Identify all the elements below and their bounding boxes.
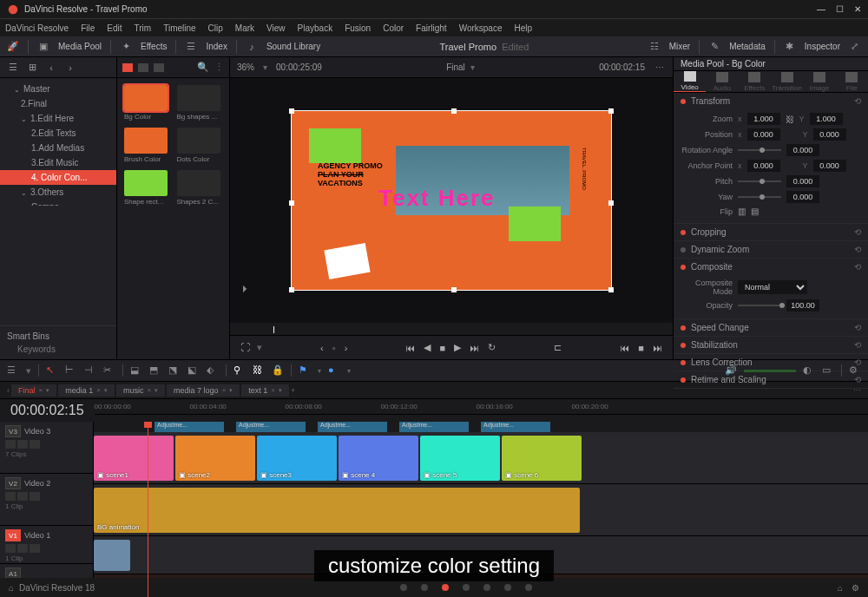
section-composite[interactable]: Composite⟲: [674, 259, 868, 275]
tab-close-icon[interactable]: ×: [222, 386, 227, 394]
view-thumb-icon[interactable]: [122, 63, 133, 72]
effects-icon[interactable]: ✦: [120, 41, 132, 53]
menu-item[interactable]: Mark: [235, 23, 254, 33]
bypass-icon[interactable]: ◦: [332, 343, 336, 353]
index-icon[interactable]: ☰: [185, 41, 197, 53]
tab-close-icon[interactable]: ×: [39, 386, 43, 394]
overwrite-icon[interactable]: ⬒: [149, 364, 161, 377]
bin-item[interactable]: 2.Final: [0, 96, 116, 111]
section-dynamic-zoom[interactable]: Dynamic Zoom⟲: [674, 241, 868, 258]
track-auto-icon[interactable]: [17, 440, 28, 449]
mixer-icon[interactable]: ☷: [648, 41, 661, 53]
tl-view-icon[interactable]: ☰: [7, 364, 19, 377]
track-disable-icon[interactable]: [30, 440, 40, 449]
menu-item[interactable]: Fairlight: [416, 23, 447, 33]
sound-icon[interactable]: ♪: [246, 41, 258, 53]
go-stop-button[interactable]: ■: [638, 343, 644, 353]
track-select-V1[interactable]: V1: [5, 529, 21, 541]
timeline-tab[interactable]: text 1×▾: [241, 384, 289, 397]
media-clip[interactable]: [124, 128, 168, 154]
home-icon[interactable]: ⌂: [9, 583, 14, 593]
project-settings-icon[interactable]: ⚙: [852, 583, 859, 593]
clip-scene 4[interactable]: ▣ scene 4: [339, 436, 418, 481]
go-prev-button[interactable]: ⏮: [620, 343, 629, 353]
menu-item[interactable]: File: [81, 23, 95, 33]
viewer-options-icon[interactable]: ⋯: [654, 62, 666, 74]
zoom-dropdown[interactable]: 36%: [237, 62, 254, 72]
menu-item[interactable]: Workspace: [459, 23, 503, 33]
opacity-slider[interactable]: [738, 305, 781, 306]
effects-button[interactable]: Effects: [141, 42, 167, 51]
track-lock-icon[interactable]: [5, 492, 16, 501]
mark-in-icon[interactable]: ⏵: [240, 283, 250, 293]
reset-icon[interactable]: ⟲: [854, 323, 861, 332]
search-icon[interactable]: 🔍: [197, 62, 209, 73]
first-frame-button[interactable]: ⏮: [405, 343, 415, 353]
track-lock-icon[interactable]: [5, 544, 16, 553]
index-button[interactable]: Index: [206, 42, 227, 51]
inspector-tab[interactable]: Effects: [739, 71, 771, 92]
media-clip[interactable]: [177, 85, 220, 111]
section-speed-change[interactable]: Speed Change⟲: [674, 319, 868, 336]
fit-fill-icon[interactable]: ⬕: [187, 364, 200, 377]
adjustment-clip[interactable]: Adjustme...: [236, 422, 306, 432]
snap-icon[interactable]: ⚲: [233, 364, 246, 377]
zoom-y-input[interactable]: [810, 113, 843, 125]
view-list-icon[interactable]: [138, 63, 148, 72]
timeline-tab[interactable]: media 7 logo×▾: [167, 384, 240, 397]
play-button[interactable]: ▶: [454, 342, 461, 353]
page-deliver[interactable]: [525, 584, 532, 591]
tab-more-icon[interactable]: ⋯: [853, 386, 861, 395]
pitch-input[interactable]: [786, 175, 819, 187]
mixer-button[interactable]: Mixer: [669, 42, 690, 51]
clip-scene 6[interactable]: ▣ scene 6: [502, 436, 582, 481]
menu-item[interactable]: View: [266, 23, 286, 33]
tab-add-icon[interactable]: +: [291, 386, 295, 395]
menu-item[interactable]: Help: [514, 23, 532, 33]
reset-icon[interactable]: ⟲: [854, 340, 861, 350]
sound-library-button[interactable]: Sound Library: [266, 42, 320, 51]
bin-list-icon[interactable]: ☰: [7, 62, 19, 74]
page-edit[interactable]: [442, 584, 449, 591]
clip-scene1[interactable]: ▣ scene1: [94, 436, 174, 481]
track-disable-icon[interactable]: [30, 492, 40, 501]
media-clip[interactable]: [124, 85, 168, 111]
rocket-icon[interactable]: 🚀: [7, 41, 19, 53]
bin-item[interactable]: ⌄3.Others: [0, 185, 116, 200]
insert-icon[interactable]: ⬓: [130, 364, 142, 377]
clip-scene3[interactable]: ▣ scene3: [257, 436, 337, 481]
track-auto-icon[interactable]: [17, 544, 28, 553]
blade-tool-icon[interactable]: ✂: [103, 364, 115, 377]
close-button[interactable]: ✕: [854, 4, 861, 14]
match-frame-icon[interactable]: ⊏: [554, 342, 562, 353]
expand-icon[interactable]: ⤢: [849, 41, 861, 53]
next-clip-icon[interactable]: ›: [345, 343, 348, 353]
append-icon[interactable]: ⬖: [207, 364, 219, 377]
loop-button[interactable]: ↻: [488, 342, 496, 353]
reset-icon[interactable]: ⟲: [854, 227, 861, 237]
page-fairlight[interactable]: [504, 584, 511, 591]
prev-clip-icon[interactable]: ‹: [320, 343, 324, 353]
menu-item[interactable]: Fusion: [345, 23, 371, 33]
anchor-x-input[interactable]: [747, 160, 780, 172]
dim-icon[interactable]: ◐: [803, 364, 815, 377]
menu-item[interactable]: Edit: [107, 23, 122, 33]
pointer-tool-icon[interactable]: ↖: [46, 364, 58, 377]
rotation-input[interactable]: [786, 144, 819, 156]
tc-display-icon[interactable]: ▭: [822, 364, 834, 377]
track-lock-icon[interactable]: [5, 440, 16, 449]
track-select-V2[interactable]: V2: [5, 477, 21, 489]
bin-root[interactable]: ⌄Master: [0, 82, 116, 96]
view-strip-icon[interactable]: [154, 63, 164, 72]
transform-section[interactable]: Transform ⟲: [674, 93, 868, 109]
link-icon[interactable]: ⛓: [786, 115, 794, 124]
bin-item[interactable]: 2.Edit Texts: [0, 126, 116, 141]
reset-icon[interactable]: ⟲: [854, 245, 861, 254]
adjustment-clip[interactable]: Adjustme...: [318, 422, 387, 432]
playhead[interactable]: [148, 422, 148, 597]
fit-icon[interactable]: ⛶: [240, 342, 250, 353]
menu-item[interactable]: Trim: [135, 23, 152, 33]
page-color[interactable]: [483, 584, 490, 591]
track-auto-icon[interactable]: [17, 492, 28, 501]
bin-item[interactable]: 4. Color Con...: [0, 170, 116, 185]
